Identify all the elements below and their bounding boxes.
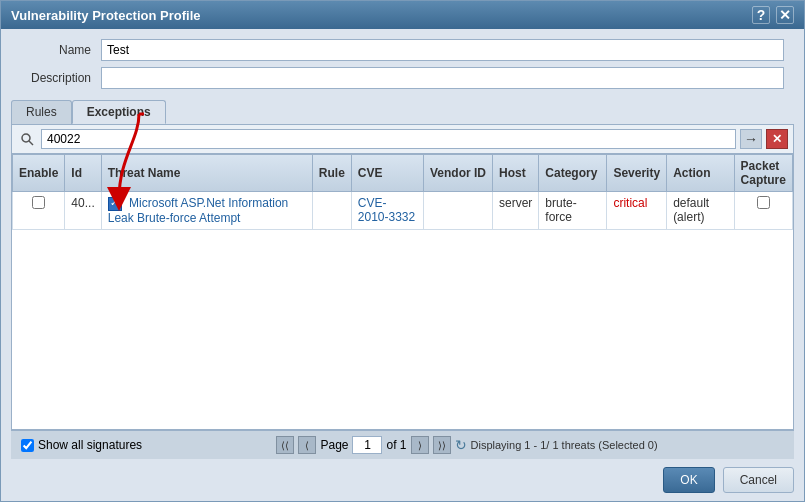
- cell-action: default (alert): [667, 192, 734, 230]
- tabs-area: Rules Exceptions: [1, 100, 804, 124]
- col-rule: Rule: [312, 155, 351, 192]
- ok-button[interactable]: OK: [663, 467, 714, 493]
- main-panel: → ✕ Enable Id Threat Name Rule CVE Vendo…: [11, 124, 794, 430]
- display-info: Displaying 1 - 1/ 1 threats (Selected 0): [471, 439, 658, 451]
- col-id: Id: [65, 155, 101, 192]
- col-vendor-id: Vendor ID: [423, 155, 492, 192]
- page-label: Page: [320, 438, 348, 452]
- table-container: Enable Id Threat Name Rule CVE Vendor ID…: [12, 154, 793, 429]
- cve-link[interactable]: CVE-2010-3332: [358, 196, 415, 224]
- prev-page-button[interactable]: ⟨: [298, 436, 316, 454]
- search-add-button[interactable]: →: [740, 129, 762, 149]
- cell-category: brute-force: [539, 192, 607, 230]
- name-row: Name: [21, 39, 784, 61]
- enable-checkbox[interactable]: [32, 196, 45, 209]
- cell-severity: critical: [607, 192, 667, 230]
- cell-cve: CVE-2010-3332: [351, 192, 423, 230]
- dialog-title: Vulnerability Protection Profile: [11, 8, 201, 23]
- threat-name-link[interactable]: Microsoft ASP.Net Information Leak Brute…: [108, 196, 289, 225]
- help-icon[interactable]: ?: [752, 6, 770, 24]
- name-input[interactable]: [101, 39, 784, 61]
- title-bar-icons: ? ✕: [752, 6, 794, 24]
- first-page-button[interactable]: ⟨⟨: [276, 436, 294, 454]
- close-icon[interactable]: ✕: [776, 6, 794, 24]
- page-input[interactable]: [352, 436, 382, 454]
- show-all-signatures-container: Show all signatures: [21, 438, 142, 452]
- footer-bar: Show all signatures ⟨⟨ ⟨ Page of 1 ⟩ ⟩⟩ …: [11, 430, 794, 459]
- description-label: Description: [21, 71, 101, 85]
- pagination: ⟨⟨ ⟨ Page of 1 ⟩ ⟩⟩ ↻ Displaying 1 - 1/ …: [150, 436, 784, 454]
- cell-vendor-id: [423, 192, 492, 230]
- search-icon[interactable]: [17, 129, 37, 149]
- table-header-row: Enable Id Threat Name Rule CVE Vendor ID…: [13, 155, 793, 192]
- description-input[interactable]: [101, 67, 784, 89]
- show-all-label: Show all signatures: [38, 438, 142, 452]
- name-label: Name: [21, 43, 101, 57]
- tab-rules[interactable]: Rules: [11, 100, 72, 124]
- svg-point-0: [22, 134, 30, 142]
- svg-line-1: [29, 141, 33, 145]
- search-clear-button[interactable]: ✕: [766, 129, 788, 149]
- title-bar: Vulnerability Protection Profile ? ✕: [1, 1, 804, 29]
- cell-rule: [312, 192, 351, 230]
- cell-id: 40...: [65, 192, 101, 230]
- col-cve: CVE: [351, 155, 423, 192]
- table-row: 40... Microsoft ASP.Net Information Leak…: [13, 192, 793, 230]
- vulnerability-protection-profile-dialog: Vulnerability Protection Profile ? ✕ Nam…: [0, 0, 805, 502]
- last-page-button[interactable]: ⟩⟩: [433, 436, 451, 454]
- col-host: Host: [492, 155, 538, 192]
- col-enable: Enable: [13, 155, 65, 192]
- bottom-buttons: OK Cancel: [1, 459, 804, 501]
- page-of-label: of 1: [386, 438, 406, 452]
- show-all-checkbox[interactable]: [21, 439, 34, 452]
- cancel-button[interactable]: Cancel: [723, 467, 794, 493]
- col-packet-capture: PacketCapture: [734, 155, 792, 192]
- col-threat-name: Threat Name: [101, 155, 312, 192]
- search-bar: → ✕: [12, 125, 793, 154]
- packet-capture-checkbox[interactable]: [757, 196, 770, 209]
- cell-enable: [13, 192, 65, 230]
- col-action: Action: [667, 155, 734, 192]
- cell-threat-name: Microsoft ASP.Net Information Leak Brute…: [101, 192, 312, 230]
- threat-icon: [108, 197, 122, 211]
- cell-packet-capture: [734, 192, 792, 230]
- description-row: Description: [21, 67, 784, 89]
- col-category: Category: [539, 155, 607, 192]
- next-page-button[interactable]: ⟩: [411, 436, 429, 454]
- tab-exceptions[interactable]: Exceptions: [72, 100, 166, 124]
- threats-table: Enable Id Threat Name Rule CVE Vendor ID…: [12, 154, 793, 230]
- search-input[interactable]: [41, 129, 736, 149]
- col-severity: Severity: [607, 155, 667, 192]
- refresh-icon[interactable]: ↻: [455, 437, 467, 453]
- cell-host: server: [492, 192, 538, 230]
- form-area: Name Description: [1, 29, 804, 100]
